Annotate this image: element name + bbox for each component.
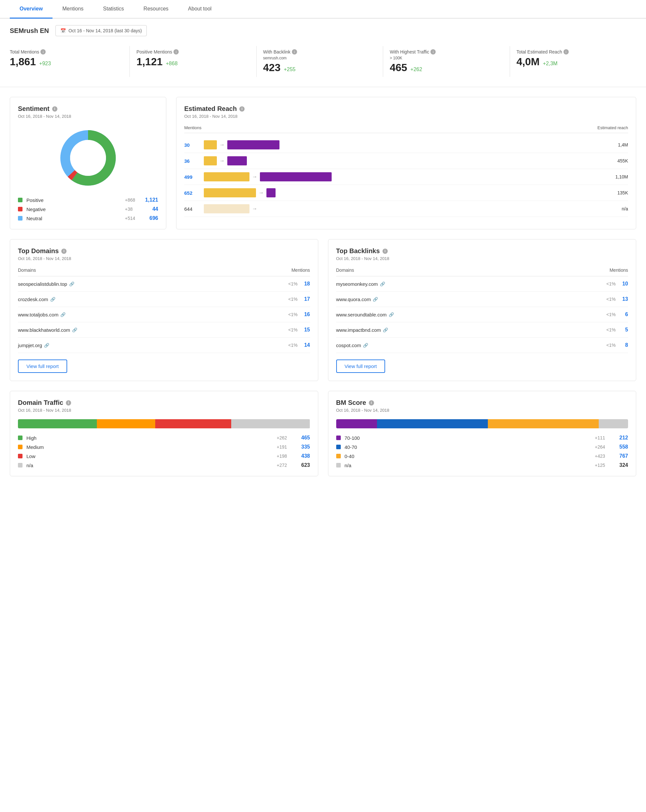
traffic-dot-3	[336, 463, 341, 467]
domain-row-2: www.totaljobs.com 🔗 <1% 16	[18, 307, 310, 322]
brand-title: SEMrush EN	[10, 27, 49, 35]
row-sentiment-reach: Sentiment i Oct 16, 2018 - Nov 14, 2018	[10, 97, 636, 229]
traffic-label-2: Low	[26, 453, 273, 459]
traffic-legend-row-3: n/a +125 324	[336, 462, 628, 468]
legend-count-0: 1,121	[145, 197, 158, 203]
donut-chart	[55, 125, 121, 191]
bm-score-legend: 70-100 +111 212 40-70 +264 558 0-40 +423…	[336, 435, 628, 468]
domain-count-2: 16	[300, 311, 310, 317]
domain-pct-2: <1%	[285, 312, 298, 317]
stat-change-3: +262	[411, 67, 422, 72]
top-domains-info-icon[interactable]: i	[61, 249, 67, 254]
top-domains-view-report-button[interactable]: View full report	[18, 360, 67, 373]
legend-dot-1	[18, 207, 23, 211]
domain-name-2: www.totaljobs.com 🔗	[18, 312, 282, 317]
ext-link-icon-4[interactable]: 🔗	[363, 343, 368, 348]
ext-link-icon-3[interactable]: 🔗	[72, 328, 77, 333]
legend-change-0: +868	[125, 197, 141, 203]
bm-score-info-icon[interactable]: i	[369, 400, 374, 406]
reach-row-1: 36 → 455K	[184, 153, 628, 169]
legend-row-0: Positive +868 1,121	[18, 197, 158, 203]
nav-tab-mentions[interactable]: Mentions	[52, 0, 93, 18]
ext-link-icon-2[interactable]: 🔗	[60, 312, 66, 317]
traffic-change-0: +111	[595, 435, 611, 440]
domain-row-1: www.quora.com 🔗 <1% 13	[336, 292, 628, 307]
domain-pct-3: <1%	[603, 327, 616, 333]
top-domains-rows: seospecialistdublin.top 🔗 <1% 18 crozdes…	[18, 276, 310, 353]
stat-item-2: With Backlink i semrush.com 423 +255	[257, 46, 383, 77]
domain-count-3: 5	[618, 327, 628, 333]
domain-pct-4: <1%	[285, 343, 298, 348]
row-traffic-bm: Domain Traffic i Oct 16, 2018 - Nov 14, …	[10, 391, 636, 476]
stat-info-icon-4[interactable]: i	[564, 49, 569, 55]
nav-tab-overview[interactable]: Overview	[10, 0, 52, 18]
stat-number-0: 1,861	[10, 56, 36, 68]
reach-mention-1: 36	[184, 158, 201, 164]
row-domains-backlinks: Top Domains i Oct 16, 2018 - Nov 14, 201…	[10, 239, 636, 381]
stat-info-icon-0[interactable]: i	[40, 49, 46, 55]
reach-bar-3	[267, 188, 276, 197]
nav-tab-resources[interactable]: Resources	[134, 0, 178, 18]
legend-row-1: Negative +38 44	[18, 206, 158, 212]
nav-tab-about-tool[interactable]: About tool	[178, 0, 221, 18]
domain-name-3: www.impactbnd.com 🔗	[336, 327, 600, 333]
ext-link-icon-0[interactable]: 🔗	[69, 282, 75, 287]
stat-number-3: 465	[390, 62, 407, 74]
ext-link-icon-1[interactable]: 🔗	[373, 297, 378, 302]
traffic-change-3: +125	[595, 462, 611, 468]
domain-name-4: cospot.com 🔗	[336, 343, 600, 348]
legend-label-1: Negative	[26, 206, 121, 212]
traffic-count-0: 465	[297, 435, 310, 441]
page-header: SEMrush EN 📅 Oct 16 - Nov 14, 2018 (last…	[0, 18, 646, 43]
ext-link-icon-2[interactable]: 🔗	[389, 312, 394, 317]
stat-label-2: With Backlink i	[263, 49, 376, 55]
sentiment-info-icon[interactable]: i	[52, 106, 57, 111]
reach-row-2: 499 → 1,10M	[184, 169, 628, 185]
bm-score-card: BM Score i Oct 16, 2018 - Nov 14, 2018 7…	[328, 391, 637, 476]
traffic-count-3: 324	[615, 462, 628, 468]
traffic-change-2: +423	[595, 453, 611, 459]
ext-link-icon-4[interactable]: 🔗	[44, 343, 49, 348]
nav-tab-statistics[interactable]: Statistics	[93, 0, 134, 18]
traffic-legend-row-2: Low +198 438	[18, 453, 310, 459]
arrow-icon-0: →	[219, 142, 225, 148]
bar-seg-1	[97, 419, 155, 428]
ext-link-icon-1[interactable]: 🔗	[50, 297, 55, 302]
legend-change-2: +514	[125, 216, 141, 221]
stat-info-icon-1[interactable]: i	[174, 49, 179, 55]
reach-bar-area-3: →	[204, 188, 602, 197]
stat-info-icon-3[interactable]: i	[430, 49, 436, 55]
bm-score-title: BM Score i	[336, 399, 628, 406]
top-backlinks-info-icon[interactable]: i	[382, 249, 388, 254]
domain-traffic-info-icon[interactable]: i	[66, 400, 71, 406]
sentiment-card: Sentiment i Oct 16, 2018 - Nov 14, 2018	[10, 97, 166, 229]
main-content: Sentiment i Oct 16, 2018 - Nov 14, 2018	[0, 87, 646, 496]
domain-pct-2: <1%	[603, 312, 616, 317]
reach-mention-0: 30	[184, 142, 201, 148]
traffic-dot-1	[336, 445, 341, 449]
stat-info-icon-2[interactable]: i	[292, 49, 297, 55]
domain-row-3: www.impactbnd.com 🔗 <1% 5	[336, 322, 628, 338]
stat-sublabel-3: > 100K	[390, 56, 503, 60]
reach-table-header: Mentions Estimated reach	[184, 125, 628, 133]
reach-row-3: 652 → 135K	[184, 185, 628, 201]
traffic-label-1: 40-70	[345, 444, 591, 450]
top-backlinks-view-report-button[interactable]: View full report	[336, 360, 385, 373]
top-domains-card: Top Domains i Oct 16, 2018 - Nov 14, 201…	[10, 239, 318, 381]
top-domains-title: Top Domains i	[18, 247, 310, 255]
backlinks-table-header: Domains Mentions	[336, 267, 628, 276]
arrow-icon-4: →	[252, 206, 257, 212]
date-badge[interactable]: 📅 Oct 16 - Nov 14, 2018 (last 30 days)	[55, 25, 147, 36]
reach-value-2: 1,10M	[605, 174, 628, 179]
bar-seg-0	[336, 419, 377, 428]
legend-count-2: 696	[145, 215, 158, 221]
reach-info-icon[interactable]: i	[239, 106, 245, 111]
traffic-change-1: +191	[277, 444, 293, 450]
legend-count-1: 44	[145, 206, 158, 212]
mention-bar-2	[204, 172, 250, 182]
calendar-icon: 📅	[60, 28, 66, 33]
mention-bar-3	[204, 188, 256, 197]
ext-link-icon-3[interactable]: 🔗	[383, 328, 388, 333]
domain-traffic-bar	[18, 419, 310, 428]
ext-link-icon-0[interactable]: 🔗	[380, 282, 385, 287]
